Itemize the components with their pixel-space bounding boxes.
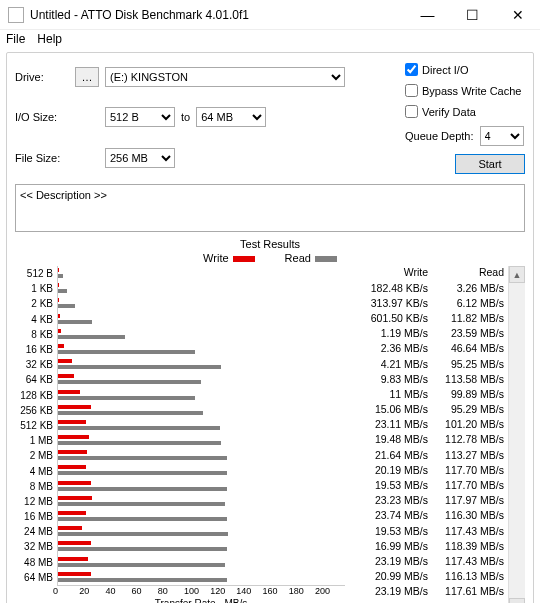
write-bar (58, 374, 74, 378)
y-label: 1 MB (15, 435, 57, 446)
write-bar (58, 298, 59, 302)
read-bar (58, 426, 220, 430)
chart-row: 2 MB (15, 448, 345, 463)
write-bar (58, 405, 91, 409)
chart-row: 1 MB (15, 433, 345, 448)
drive-select[interactable]: (E:) KINGSTON (105, 67, 345, 87)
value-row: 1.19 MB/s23.59 MB/s (345, 326, 508, 341)
start-button[interactable]: Start (455, 154, 525, 174)
read-bar (58, 563, 225, 567)
read-bar (58, 471, 227, 475)
queue-depth-select[interactable]: 4 (480, 126, 524, 146)
main-panel: Drive: … (E:) KINGSTON I/O Size: 512 B t… (6, 52, 534, 603)
value-row: 313.97 KB/s6.12 MB/s (345, 295, 508, 310)
write-bar (58, 465, 86, 469)
read-bar (58, 335, 125, 339)
write-bar (58, 329, 61, 333)
write-swatch-icon (233, 256, 255, 262)
value-row: 20.99 MB/s116.13 MB/s (345, 569, 508, 584)
write-bar (58, 572, 91, 576)
chart-row: 24 MB (15, 524, 345, 539)
value-row: 15.06 MB/s95.29 MB/s (345, 402, 508, 417)
write-bar (58, 541, 91, 545)
chart-row: 64 KB (15, 372, 345, 387)
window-title: Untitled - ATTO Disk Benchmark 4.01.0f1 (30, 8, 405, 22)
read-bar (58, 396, 195, 400)
y-label: 32 MB (15, 541, 57, 552)
y-label: 1 KB (15, 283, 57, 294)
description-textarea[interactable]: << Description >> (15, 184, 525, 232)
y-label: 12 MB (15, 496, 57, 507)
read-bar (58, 532, 228, 536)
file-size-select[interactable]: 256 MB (105, 148, 175, 168)
x-tick: 200 (319, 586, 345, 596)
chart-row: 48 MB (15, 555, 345, 570)
y-label: 64 MB (15, 572, 57, 583)
y-label: 8 MB (15, 481, 57, 492)
read-bar (58, 365, 221, 369)
io-from-select[interactable]: 512 B (105, 107, 175, 127)
chart-row: 4 KB (15, 312, 345, 327)
maximize-button[interactable]: ☐ (450, 0, 495, 30)
write-bar (58, 344, 64, 348)
y-label: 128 KB (15, 390, 57, 401)
write-bar (58, 511, 86, 515)
chart-row: 256 KB (15, 403, 345, 418)
y-label: 8 KB (15, 329, 57, 340)
read-bar (58, 411, 203, 415)
minimize-button[interactable]: — (405, 0, 450, 30)
verify-checkbox[interactable]: Verify Data (405, 105, 525, 118)
chart-row: 1 KB (15, 281, 345, 296)
write-bar (58, 314, 60, 318)
direct-io-checkbox[interactable]: Direct I/O (405, 63, 525, 76)
label-to: to (181, 111, 190, 123)
y-label: 512 KB (15, 420, 57, 431)
value-row: 20.19 MB/s117.70 MB/s (345, 462, 508, 477)
menu-file[interactable]: File (6, 32, 25, 46)
close-button[interactable]: ✕ (495, 0, 540, 30)
read-bar (58, 304, 75, 308)
value-row: 23.11 MB/s101.20 MB/s (345, 417, 508, 432)
value-row: 11 MB/s99.89 MB/s (345, 386, 508, 401)
chart-row: 128 KB (15, 388, 345, 403)
x-axis-label: Transfer Rate - MB/s (57, 598, 345, 603)
read-bar (58, 517, 227, 521)
value-row: 23.19 MB/s117.43 MB/s (345, 553, 508, 568)
write-bar (58, 557, 88, 561)
write-bar (58, 526, 82, 530)
value-row: 601.50 KB/s11.82 MB/s (345, 310, 508, 325)
y-label: 2 MB (15, 450, 57, 461)
value-row: 23.19 MB/s117.61 MB/s (345, 584, 508, 599)
menu-help[interactable]: Help (37, 32, 62, 46)
write-bar (58, 435, 89, 439)
chart-row: 64 MB (15, 570, 345, 585)
io-to-select[interactable]: 64 MB (196, 107, 266, 127)
drive-more-button[interactable]: … (75, 67, 99, 87)
value-row: 9.83 MB/s113.58 MB/s (345, 371, 508, 386)
value-row: 23.74 MB/s116.30 MB/s (345, 508, 508, 523)
value-row: 19.53 MB/s117.43 MB/s (345, 523, 508, 538)
values-header: Write Read (345, 266, 508, 280)
chart-row: 512 KB (15, 418, 345, 433)
value-row: 2.36 MB/s46.64 MB/s (345, 341, 508, 356)
chart-row: 4 MB (15, 463, 345, 478)
chart-row: 32 MB (15, 539, 345, 554)
scroll-down-icon[interactable]: ▼ (509, 598, 525, 603)
chart-row: 8 KB (15, 327, 345, 342)
results-scrollbar[interactable]: ▲ ▼ (508, 266, 525, 603)
write-bar (58, 420, 86, 424)
scroll-up-icon[interactable]: ▲ (509, 266, 525, 283)
chart-row: 32 KB (15, 357, 345, 372)
read-bar (58, 502, 225, 506)
write-bar (58, 450, 87, 454)
value-row: 19.53 MB/s117.70 MB/s (345, 477, 508, 492)
bypass-checkbox[interactable]: Bypass Write Cache (405, 84, 525, 97)
read-bar (58, 380, 201, 384)
value-row: 23.23 MB/s117.97 MB/s (345, 493, 508, 508)
y-label: 64 KB (15, 374, 57, 385)
y-label: 24 MB (15, 526, 57, 537)
y-label: 256 KB (15, 405, 57, 416)
chart-row: 8 MB (15, 479, 345, 494)
chart-area: 512 B 1 KB 2 KB 4 KB 8 KB 16 KB 32 KB 6 (15, 266, 345, 603)
chart-row: 16 KB (15, 342, 345, 357)
